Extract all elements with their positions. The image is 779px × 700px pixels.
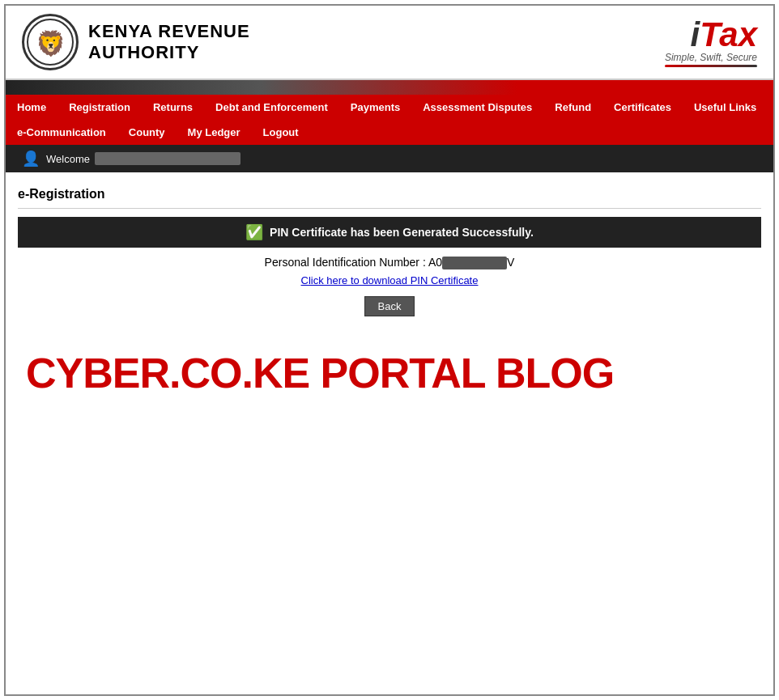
back-button-row: Back [18, 296, 761, 316]
success-icon: ✅ [245, 223, 263, 241]
pin-suffix: V [507, 256, 514, 269]
welcome-label: Welcome [46, 153, 90, 165]
header-accent-bar [6, 80, 773, 95]
nav-assessment[interactable]: Assessment Disputes [411, 95, 543, 120]
main-navigation: Home Registration Returns Debt and Enfor… [6, 95, 773, 145]
nav-debt[interactable]: Debt and Enforcement [204, 95, 339, 120]
svg-text:🦁: 🦁 [36, 29, 66, 58]
download-pin-link[interactable]: Click here to download PIN Certificate [18, 274, 761, 286]
nav-my-ledger[interactable]: My Ledger [177, 120, 252, 145]
user-icon: 👤 [22, 150, 40, 168]
kra-name-line1: Kenya Revenue [88, 21, 250, 41]
pin-info: Personal Identification Number : A0V [18, 256, 761, 269]
itax-logo: iTax Simple, Swift, Secure [665, 18, 757, 67]
back-button[interactable]: Back [364, 296, 415, 316]
pin-label: Personal Identification Number : A0 [265, 256, 442, 269]
page-title: e-Registration [18, 180, 761, 209]
main-content: e-Registration ✅ PIN Certificate has bee… [6, 172, 773, 422]
nav-payments[interactable]: Payments [339, 95, 411, 120]
welcome-bar: 👤 Welcome [6, 145, 773, 172]
nav-logout[interactable]: Logout [252, 120, 310, 145]
nav-refund[interactable]: Refund [543, 95, 602, 120]
itax-tagline: Simple, Swift, Secure [665, 52, 757, 63]
nav-county[interactable]: County [117, 120, 177, 145]
kra-lion-icon: 🦁 [26, 18, 74, 66]
nav-useful-links[interactable]: Useful Links [683, 95, 768, 120]
watermark: CYBER.CO.KE PORTAL BLOG [18, 333, 761, 414]
success-message-box: ✅ PIN Certificate has been Generated Suc… [18, 217, 761, 248]
success-message-text: PIN Certificate has been Generated Succe… [270, 226, 534, 239]
nav-returns[interactable]: Returns [142, 95, 204, 120]
nav-e-comm[interactable]: e-Communication [6, 120, 117, 145]
kra-name: Kenya RevenueAuthority [88, 21, 250, 64]
nav-certificates[interactable]: Certificates [602, 95, 683, 120]
pin-number-redacted [442, 257, 507, 269]
nav-row-2: e-Communication County My Ledger Logout [6, 120, 773, 145]
kra-name-line2: Authority [88, 42, 199, 62]
welcome-text: Welcome [46, 152, 241, 165]
kra-logo: 🦁 [22, 14, 79, 70]
nav-row-1: Home Registration Returns Debt and Enfor… [6, 95, 773, 120]
nav-registration[interactable]: Registration [57, 95, 142, 120]
welcome-name-redacted [95, 152, 241, 165]
itax-brand: iTax [665, 18, 757, 52]
header-left: 🦁 Kenya RevenueAuthority [22, 14, 250, 70]
header: 🦁 Kenya RevenueAuthority iTax Simple, Sw… [6, 6, 773, 80]
nav-home[interactable]: Home [6, 95, 57, 120]
